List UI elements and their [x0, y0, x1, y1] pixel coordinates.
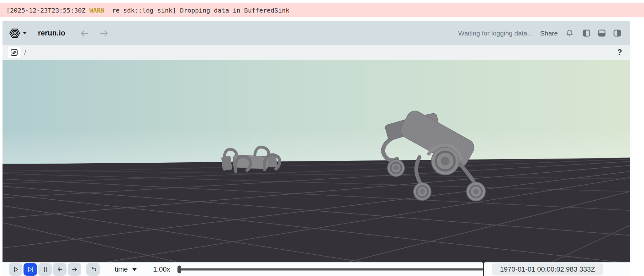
playhead-marker[interactable] — [480, 260, 487, 276]
step-forward-button[interactable] — [68, 263, 81, 276]
rerun-menu-button[interactable] — [9, 28, 27, 39]
breadcrumb: / ? — [3, 45, 630, 60]
playhead-line — [483, 264, 484, 276]
time-scrubber[interactable] — [177, 262, 483, 276]
brand-title[interactable]: rerun.io — [38, 29, 65, 37]
rerun-viewer-window: rerun.io Waiting for logging data... Sha… — [3, 21, 630, 276]
status-text: Waiting for logging data... — [458, 30, 533, 37]
step-back-button[interactable] — [53, 263, 66, 276]
playback-speed[interactable]: 1.00x — [153, 265, 170, 273]
timeline-track[interactable] — [178, 268, 483, 270]
horizon-haze — [3, 129, 630, 163]
top-toolbar: rerun.io Waiting for logging data... Sha… — [3, 21, 630, 45]
toggle-right-panel-button[interactable] — [612, 28, 622, 38]
pause-button[interactable] — [38, 263, 52, 276]
share-button[interactable]: Share — [540, 30, 558, 37]
spatial-view-button[interactable] — [8, 46, 21, 58]
timeline-start-knob[interactable] — [177, 265, 181, 273]
back-arrow-button[interactable] — [80, 30, 90, 37]
playhead-triangle-icon — [480, 260, 487, 264]
rerun-logo-icon — [9, 28, 20, 39]
play-button[interactable] — [9, 263, 22, 276]
loop-button[interactable] — [86, 263, 100, 276]
forward-arrow-button[interactable] — [99, 30, 109, 37]
breadcrumb-separator: / — [24, 48, 26, 57]
3d-viewport-canvas[interactable] — [3, 60, 630, 262]
log-timestamp: [2025-12-23T23:55:30Z — [6, 7, 89, 14]
follow-latest-button[interactable] — [24, 263, 37, 276]
spatial-view-icon — [10, 48, 18, 57]
toggle-bottom-panel-button[interactable] — [597, 28, 607, 38]
timeline-selector[interactable]: time — [115, 265, 137, 273]
timeline-name: time — [115, 265, 128, 273]
notification-bell-icon[interactable] — [565, 29, 574, 38]
help-button[interactable]: ? — [617, 48, 622, 57]
chevron-down-icon — [132, 268, 137, 271]
current-time-display: 1970-01-01 00:00:02.983 333Z — [492, 263, 603, 275]
3d-scene — [3, 60, 630, 262]
timeline-panel: time 1.00x 1970-01-01 00:00:02.983 333Z — [3, 262, 630, 276]
dropdown-caret-icon — [23, 32, 27, 34]
log-warning-banner: [2025-12-23T23:55:30Z WARN re_sdk::log_s… — [0, 3, 644, 17]
log-message: re_sdk::log_sink] Dropping data in Buffe… — [104, 7, 289, 14]
log-level: WARN — [89, 7, 104, 14]
toggle-left-panel-button[interactable] — [582, 28, 591, 38]
